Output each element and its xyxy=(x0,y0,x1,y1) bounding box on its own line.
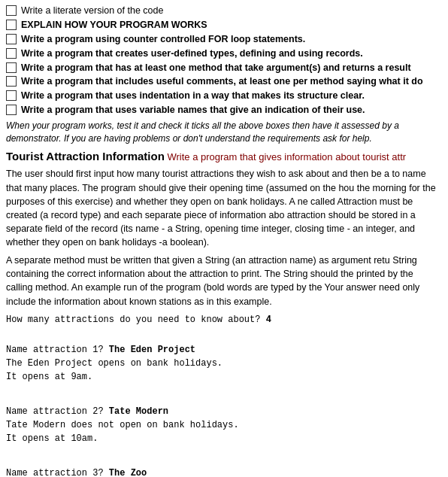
checkbox-8[interactable] xyxy=(6,105,17,115)
checklist-item-3: Write a program using counter controlled… xyxy=(6,33,442,46)
checklist-item-2: EXPLAIN HOW YOUR PROGRAM WORKS xyxy=(6,19,442,32)
attraction-2-prompt: Name attraction 2? Tate Modern Tate Mode… xyxy=(6,391,442,445)
section-desc: Write a program that gives information a… xyxy=(165,151,406,163)
checklist-text-1: Write a literate version of the code xyxy=(21,5,163,17)
checklist-item-1: Write a literate version of the code xyxy=(6,5,442,17)
checklist-text-4: Write a program that creates user-define… xyxy=(21,47,363,60)
italic-note: When your program works, test it and che… xyxy=(6,120,442,145)
checkbox-1[interactable] xyxy=(6,5,17,16)
checklist-text-2: EXPLAIN HOW YOUR PROGRAM WORKS xyxy=(21,19,207,32)
checkbox-3[interactable] xyxy=(6,34,17,44)
checkbox-6[interactable] xyxy=(6,76,17,87)
checkbox-5[interactable] xyxy=(6,62,17,73)
checklist-text-7: Write a program that uses indentation in… xyxy=(21,90,365,102)
section-para2: A separate method must be written that g… xyxy=(6,254,442,308)
checklist-text-3: Write a program using counter controlled… xyxy=(21,33,305,46)
checklist-item-8: Write a program that uses variable names… xyxy=(6,104,442,117)
section-header: Tourist Attraction Information Write a p… xyxy=(6,148,442,165)
attraction-3-prompt: Name attraction 3? The Zoo I have no inf… xyxy=(6,453,442,477)
checklist-text-5: Write a program that has at least one me… xyxy=(21,62,411,74)
example-prompt1: How many attractions do you need to know… xyxy=(6,313,442,327)
checkbox-4[interactable] xyxy=(6,48,17,59)
attraction-1-prompt: Name attraction 1? The Eden Project The … xyxy=(6,330,442,384)
checklist-item-4: Write a program that creates user-define… xyxy=(6,47,442,60)
checklist-item-7: Write a program that uses indentation in… xyxy=(6,90,442,102)
checklist-item-6: Write a program that includes useful com… xyxy=(6,75,442,88)
attraction-2: Name attraction 2? Tate Modern Tate Mode… xyxy=(6,391,442,445)
checkbox-7[interactable] xyxy=(6,90,17,101)
attraction-3: Name attraction 3? The Zoo I have no inf… xyxy=(6,453,442,477)
checklist-text-6: Write a program that includes useful com… xyxy=(21,75,423,88)
attraction-1: Name attraction 1? The Eden Project The … xyxy=(6,330,442,384)
example-run: How many attractions do you need to know… xyxy=(6,313,442,477)
checklist-text-8: Write a program that uses variable names… xyxy=(21,104,365,117)
checklist-item-5: Write a program that has at least one me… xyxy=(6,62,442,74)
checklist: Write a literate version of the code EXP… xyxy=(6,5,442,117)
section-para1: The user should first input how many tou… xyxy=(6,167,442,249)
section-title: Tourist Attraction Information xyxy=(6,150,165,163)
checkbox-2[interactable] xyxy=(6,20,17,30)
